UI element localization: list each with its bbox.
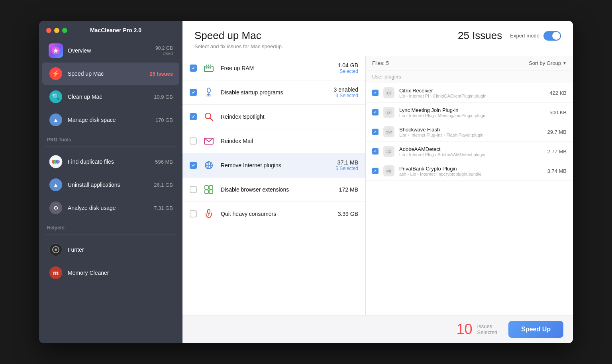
expert-mode-toggle[interactable] bbox=[543, 31, 561, 41]
analyze-icon: ⚙ bbox=[49, 201, 63, 215]
expert-mode-control: Expert mode bbox=[510, 31, 561, 41]
title-area: Speed up Mac Select and fix issues for M… bbox=[194, 29, 283, 49]
selected-label: Selected bbox=[477, 329, 498, 335]
sidebar-label-duplicate: Find duplicate files bbox=[68, 159, 150, 165]
issue-row-spotlight[interactable]: Reindex Spotlight bbox=[182, 105, 365, 129]
sidebar: MacCleaner Pro 2.0 Overview bbox=[39, 21, 182, 343]
issue-size-ram: 1.04 GB Selected bbox=[338, 62, 358, 74]
funter-icon bbox=[49, 243, 63, 257]
group-header: User plugins bbox=[366, 70, 573, 83]
main-content: Speed up Mac Select and fix issues for M… bbox=[182, 21, 573, 343]
disk-icon: ▲ bbox=[49, 113, 63, 127]
sidebar-item-disk[interactable]: ▲ Manage disk space 170 GB bbox=[42, 109, 179, 131]
helpers-divider bbox=[45, 235, 176, 235]
titlebar: MacCleaner Pro 2.0 bbox=[39, 21, 182, 39]
issue-name-extensions: Disable browser extensions bbox=[221, 186, 333, 193]
sidebar-badge-overview: 90.2 GB Used bbox=[155, 45, 173, 56]
file-name-privatbank: PrivatBank Crypto Plugin bbox=[399, 166, 543, 172]
file-checkbox-lync[interactable] bbox=[372, 109, 379, 115]
svg-rect-23 bbox=[210, 67, 211, 68]
issue-row-extensions[interactable]: Disable browser extensions 172 MB bbox=[182, 178, 365, 202]
file-checkbox-flash[interactable] bbox=[372, 129, 379, 135]
sidebar-item-speedup[interactable]: ⚡ Speed up Mac 25 Issues bbox=[42, 63, 179, 85]
sidebar-label-cleanup: Clean up Mac bbox=[68, 94, 149, 100]
file-checkbox-adobe[interactable] bbox=[372, 148, 379, 155]
file-checkbox-citrix[interactable] bbox=[372, 90, 379, 96]
file-info-flash: Shockwave Flash Libr › Internet Plug-Ins… bbox=[399, 127, 543, 137]
maximize-button[interactable] bbox=[62, 28, 67, 33]
issue-name-startup: Disable startup programs bbox=[221, 89, 328, 96]
close-button[interactable] bbox=[46, 28, 51, 33]
issue-checkbox-consumers[interactable] bbox=[190, 210, 197, 217]
sidebar-item-overview[interactable]: Overview 90.2 GB Used bbox=[42, 39, 179, 62]
sidebar-item-memory[interactable]: m Memory Cleaner bbox=[42, 262, 179, 284]
file-size-citrix: 422 KB bbox=[549, 90, 567, 96]
issue-checkbox-ram[interactable] bbox=[190, 65, 197, 72]
issue-checkbox-startup[interactable] bbox=[190, 89, 197, 96]
file-info-citrix: Citrix Receiver Lib › Internet Pl › Citr… bbox=[399, 88, 545, 98]
issues-list: Free up RAM 1.04 GB Selected bbox=[182, 56, 366, 315]
issue-row-startup[interactable]: Disable startup programs 3 enabled 3 Sel… bbox=[182, 80, 365, 105]
file-path-lync: Lib › Internet Plug › MeetingJoinPlugin.… bbox=[399, 113, 545, 118]
issue-row-mail[interactable]: Reindex Mail bbox=[182, 129, 365, 153]
file-path-adobe: Lib › Internet Plug › AdobeAAMDetect.plu… bbox=[399, 152, 543, 157]
sidebar-item-analyze[interactable]: ⚙ Analyze disk usage 7.31 GB bbox=[42, 197, 179, 219]
file-row-privatbank[interactable]: PB PrivatBank Crypto Plugin ash › Lib › … bbox=[366, 161, 573, 181]
sidebar-item-funter[interactable]: Funter bbox=[42, 239, 179, 261]
issue-icon-consumers bbox=[202, 207, 215, 220]
issue-size-consumers: 3.39 GB bbox=[338, 211, 358, 217]
sidebar-label-uninstall: Uninstall applications bbox=[68, 182, 149, 188]
file-name-citrix: Citrix Receiver bbox=[399, 88, 545, 94]
svg-rect-20 bbox=[204, 66, 213, 72]
svg-rect-41 bbox=[209, 190, 213, 194]
issue-checkbox-plugins[interactable] bbox=[190, 162, 197, 169]
svg-rect-38 bbox=[205, 186, 208, 189]
file-path-citrix: Lib › Internet Pl › CitrixICAClientPlugi… bbox=[399, 94, 545, 98]
issue-row-consumers[interactable]: Quit heavy consumers 3.39 GB bbox=[182, 202, 365, 226]
issue-count: 25 Issues bbox=[458, 29, 502, 42]
speed-up-button[interactable]: Speed Up bbox=[508, 321, 563, 338]
sidebar-badge-duplicate: 596 MB bbox=[155, 159, 173, 165]
issue-size-plugins: 37.1 MB 5 Selected bbox=[335, 159, 358, 171]
svg-line-32 bbox=[210, 118, 213, 121]
sidebar-badge-disk: 170 GB bbox=[155, 117, 173, 123]
files-count: Files: 5 bbox=[372, 60, 389, 66]
issues-selected-count: 10 bbox=[457, 321, 473, 338]
file-row-adobe[interactable]: AD AdobeAAMDetect Lib › Internet Plug › … bbox=[366, 142, 573, 161]
sidebar-badge-speedup: 25 Issues bbox=[149, 71, 173, 77]
duplicate-icon bbox=[49, 155, 63, 169]
main-header: Speed up Mac Select and fix issues for M… bbox=[182, 21, 573, 56]
sidebar-item-uninstall[interactable]: ▲ Uninstall applications 26.1 GB bbox=[42, 174, 179, 196]
issue-checkbox-extensions[interactable] bbox=[190, 186, 197, 193]
file-name-flash: Shockwave Flash bbox=[399, 127, 543, 133]
sidebar-badge-analyze: 7.31 GB bbox=[154, 205, 173, 211]
page-subtitle: Select and fix issues for Mac speedup. bbox=[194, 43, 283, 49]
file-checkbox-privatbank[interactable] bbox=[372, 168, 379, 174]
issue-checkbox-spotlight[interactable] bbox=[190, 113, 197, 120]
issue-row-ram[interactable]: Free up RAM 1.04 GB Selected bbox=[182, 56, 365, 80]
files-panel: Files: 5 Sort by Group ▼ User plugins CI bbox=[366, 56, 573, 315]
file-row-flash[interactable]: SW Shockwave Flash Libr › Internet Plug-… bbox=[366, 122, 573, 142]
traffic-lights bbox=[46, 28, 67, 33]
sort-control[interactable]: Sort by Group ▼ bbox=[529, 60, 567, 66]
svg-text:⚡: ⚡ bbox=[52, 70, 60, 77]
sidebar-item-duplicate[interactable]: Find duplicate files 596 MB bbox=[42, 151, 179, 173]
file-info-adobe: AdobeAAMDetect Lib › Internet Plug › Ado… bbox=[399, 146, 543, 157]
file-row-citrix[interactable]: CI Citrix Receiver Lib › Internet Pl › C… bbox=[366, 83, 573, 103]
svg-rect-40 bbox=[205, 190, 208, 194]
app-window: MacCleaner Pro 2.0 Overview bbox=[39, 21, 573, 343]
content-area: Free up RAM 1.04 GB Selected bbox=[182, 56, 573, 315]
pro-tools-label: PRO Tools bbox=[39, 131, 182, 145]
issue-checkbox-mail[interactable] bbox=[190, 137, 197, 145]
svg-point-10 bbox=[56, 160, 60, 164]
svg-text:▲: ▲ bbox=[53, 117, 59, 123]
file-row-lync[interactable]: LY Lync Meeting Join Plug-in Lib › Inter… bbox=[366, 103, 573, 122]
page-title: Speed up Mac bbox=[194, 29, 283, 42]
issue-row-plugins[interactable]: Remove Internet plugins 37.1 MB 5 Select… bbox=[182, 153, 365, 178]
sidebar-item-cleanup[interactable]: 🔍 Clean up Mac 10.9 GB bbox=[42, 86, 179, 108]
issue-name-ram: Free up RAM bbox=[221, 65, 332, 71]
sidebar-label-analyze: Analyze disk usage bbox=[68, 205, 149, 211]
minimize-button[interactable] bbox=[54, 28, 59, 33]
sort-arrow-icon: ▼ bbox=[563, 61, 567, 65]
svg-text:SW: SW bbox=[386, 130, 392, 134]
